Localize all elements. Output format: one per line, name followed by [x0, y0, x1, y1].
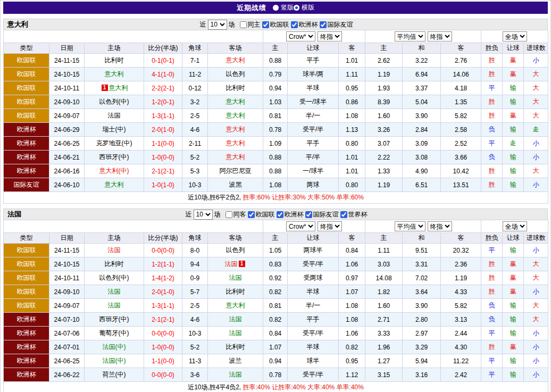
match-score[interactable]: 1-2(0-1) [144, 95, 182, 109]
team-link[interactable]: 法国 [229, 274, 242, 281]
match-score[interactable]: 1-3(1-1) [144, 299, 182, 313]
team-link[interactable]: 意大利 [226, 153, 245, 161]
team-link[interactable]: 意大利 [226, 126, 245, 133]
match-score[interactable]: 1-4(1-2) [144, 271, 182, 285]
scope-select[interactable]: 全场 [503, 221, 527, 231]
team-link[interactable]: 以色列(中) [99, 274, 129, 281]
match-score[interactable]: 0-0(0-0) [144, 327, 182, 340]
team-link[interactable]: 法国 [108, 288, 121, 295]
recent-count-select[interactable]: 10 [194, 210, 213, 220]
team-link[interactable]: 波黑 [229, 181, 242, 188]
match-score[interactable]: 1-3(1-1) [144, 109, 182, 123]
league-filter-checkbox[interactable]: 欧洲杯 [277, 210, 304, 219]
team-link[interactable]: 以色列 [226, 246, 245, 254]
team-link[interactable]: 意大利 [226, 139, 245, 147]
team-link[interactable]: 波兰 [229, 357, 242, 364]
matches-label: 场 [229, 20, 235, 29]
same-venue-input[interactable] [240, 21, 247, 28]
scope-select[interactable]: 全场 [503, 31, 527, 41]
team-link[interactable]: 意大利 [109, 84, 128, 91]
team-link[interactable]: 以色列 [226, 70, 245, 78]
team-link[interactable]: 以色列(中) [99, 98, 129, 105]
avg-stage-select[interactable]: 终指 [428, 31, 452, 41]
odds-stage-select[interactable]: 终指 [318, 31, 342, 41]
league-filter-input[interactable] [320, 21, 327, 28]
team-link[interactable]: 法国 [108, 112, 121, 119]
match-score[interactable]: 0-0(0-0) [144, 368, 182, 382]
match-score[interactable]: 0-1(0-1) [144, 54, 182, 68]
same-venue-input[interactable] [226, 211, 232, 218]
league-filter-checkbox[interactable]: 国际友谊 [305, 210, 339, 219]
team-link[interactable]: 意大利 [226, 112, 245, 119]
horizontal-layout-radio[interactable]: 横版 [294, 3, 314, 12]
match-date: 24-07-06 [49, 327, 85, 340]
team-link[interactable]: 法国 [229, 329, 242, 337]
team-link[interactable]: 西班牙(中) [99, 153, 129, 161]
odds-stage-select[interactable]: 终指 [318, 221, 342, 231]
team-link[interactable]: 法国 [225, 260, 238, 268]
league-filter-checkbox[interactable]: 世界杯 [340, 210, 368, 219]
avg-stage-select[interactable]: 终指 [428, 221, 452, 231]
team-link[interactable]: 法国 [229, 371, 242, 378]
team-link[interactable]: 阿尔巴尼亚 [220, 167, 252, 174]
team-link[interactable]: 法国 [108, 246, 121, 254]
average-select[interactable]: 平均值 [395, 221, 425, 231]
match-score[interactable]: 4-1(1-0) [144, 68, 182, 81]
team-link[interactable]: 法国 [108, 302, 121, 309]
average-select[interactable]: 平均值 [395, 31, 425, 41]
team-link[interactable]: 克罗地亚(中) [96, 139, 132, 147]
match-score[interactable]: 1-0(1-0) [144, 178, 182, 192]
team-link[interactable]: 法国(中) [103, 357, 126, 364]
recent-count-select[interactable]: 10 [208, 20, 227, 30]
team-link[interactable]: 西班牙(中) [99, 315, 129, 323]
team-link[interactable]: 比利时 [105, 56, 124, 64]
team-link[interactable]: 意大利(中) [99, 167, 129, 174]
odds-handicap: 球半/两 [288, 68, 339, 81]
team-link[interactable]: 意大利 [105, 70, 124, 78]
match-score[interactable]: 2-0(1-0) [144, 123, 182, 137]
league-filter-input[interactable] [340, 211, 347, 218]
league-filter-checkbox[interactable]: 国际友谊 [320, 20, 353, 29]
team-link[interactable]: 意大利 [226, 56, 245, 64]
match-score[interactable]: 1-0(0-0) [144, 151, 182, 164]
league-filter-checkbox[interactable]: 欧洲杯 [291, 20, 318, 29]
odds-home: 0.81 [263, 109, 288, 123]
team-link[interactable]: 比利时 [226, 84, 245, 91]
team-link[interactable]: 瑞士(中) [103, 126, 126, 133]
match-score[interactable]: 2-0(1-0) [144, 285, 182, 299]
competition-type: 国际友谊 [4, 178, 49, 192]
team-link[interactable]: 荷兰(中) [103, 371, 126, 378]
team-link[interactable]: 法国(中) [103, 343, 126, 351]
team-link[interactable]: 意大利 [226, 98, 245, 105]
away-team: 意大利 [208, 109, 263, 123]
league-filter-checkbox[interactable]: 欧国联 [248, 210, 275, 219]
league-filter-checkbox[interactable]: 欧国联 [262, 20, 289, 29]
team-link[interactable]: 意大利 [226, 302, 245, 309]
match-score[interactable]: 2-1(2-1) [144, 313, 182, 327]
match-score[interactable]: 1-0(0-0) [144, 340, 182, 354]
team-link[interactable]: 比利时 [105, 260, 124, 268]
avg-away: 13.51 [441, 178, 481, 192]
team-link[interactable]: 比利时 [226, 343, 245, 351]
team-link[interactable]: 意大利 [105, 181, 124, 188]
match-score[interactable]: 1-1(0-0) [144, 354, 182, 368]
team-link[interactable]: 比利时 [226, 288, 245, 295]
league-filter-input[interactable] [305, 211, 312, 218]
league-filter-input[interactable] [291, 21, 298, 28]
same-venue-checkbox[interactable]: 同主 [240, 20, 261, 29]
match-score[interactable]: 2-2(2-1) [144, 81, 182, 95]
league-filter-input[interactable] [262, 21, 269, 28]
match-score[interactable]: 2-1(2-1) [144, 164, 182, 178]
same-venue-checkbox[interactable]: 同客 [226, 210, 246, 219]
match-score[interactable]: 0-0(0-0) [144, 244, 182, 257]
vertical-layout-radio[interactable]: 竖版 [273, 3, 294, 12]
bookmaker-select[interactable]: Crow* [286, 221, 315, 231]
team-link[interactable]: 法国 [229, 315, 242, 323]
team-link[interactable]: 葡萄牙(中) [99, 329, 129, 337]
league-filter-input[interactable] [277, 211, 283, 218]
league-filter-input[interactable] [248, 211, 255, 218]
match-score[interactable]: 1-1(0-0) [144, 137, 182, 151]
away-team: 法国 [208, 327, 263, 340]
bookmaker-select[interactable]: Crow* [286, 31, 315, 41]
match-score[interactable]: 1-2(1-1) [144, 257, 182, 271]
